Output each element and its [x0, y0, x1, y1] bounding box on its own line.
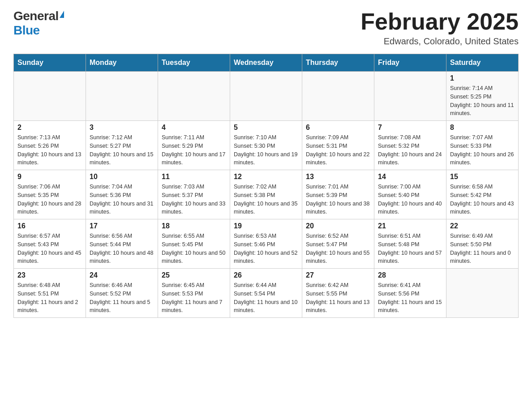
day-number: 21	[378, 222, 442, 230]
calendar-day-cell: 7Sunrise: 7:08 AMSunset: 5:32 PMDaylight…	[374, 121, 446, 170]
day-info: Sunrise: 6:57 AMSunset: 5:43 PMDaylight:…	[17, 232, 82, 265]
calendar-week-row: 2Sunrise: 7:13 AMSunset: 5:26 PMDaylight…	[14, 121, 519, 170]
day-number: 24	[90, 271, 154, 279]
calendar-table: SundayMondayTuesdayWednesdayThursdayFrid…	[13, 54, 519, 318]
day-info: Sunrise: 6:51 AMSunset: 5:48 PMDaylight:…	[378, 232, 442, 265]
day-info: Sunrise: 6:58 AMSunset: 5:42 PMDaylight:…	[450, 183, 515, 216]
calendar-header-row: SundayMondayTuesdayWednesdayThursdayFrid…	[14, 54, 519, 72]
calendar-day-cell: 16Sunrise: 6:57 AMSunset: 5:43 PMDayligh…	[14, 219, 86, 269]
day-info: Sunrise: 7:07 AMSunset: 5:33 PMDaylight:…	[450, 133, 515, 167]
calendar-day-cell: 26Sunrise: 6:44 AMSunset: 5:54 PMDayligh…	[230, 269, 302, 318]
calendar-week-row: 16Sunrise: 6:57 AMSunset: 5:43 PMDayligh…	[14, 219, 519, 269]
day-number: 27	[306, 271, 370, 279]
calendar-day-cell: 24Sunrise: 6:46 AMSunset: 5:52 PMDayligh…	[86, 269, 158, 318]
calendar-day-cell	[230, 72, 302, 121]
calendar-day-cell: 10Sunrise: 7:04 AMSunset: 5:36 PMDayligh…	[86, 170, 158, 219]
day-info: Sunrise: 7:04 AMSunset: 5:36 PMDaylight:…	[90, 183, 154, 216]
logo: General Blue	[13, 9, 64, 38]
day-info: Sunrise: 7:13 AMSunset: 5:26 PMDaylight:…	[17, 133, 82, 167]
calendar-day-cell: 20Sunrise: 6:52 AMSunset: 5:47 PMDayligh…	[302, 219, 374, 269]
day-number: 10	[90, 173, 154, 181]
day-number: 25	[162, 271, 226, 279]
day-number: 18	[162, 222, 226, 230]
day-number: 5	[234, 124, 298, 132]
day-info: Sunrise: 6:46 AMSunset: 5:52 PMDaylight:…	[90, 281, 154, 315]
calendar-day-cell: 27Sunrise: 6:42 AMSunset: 5:55 PMDayligh…	[302, 269, 374, 318]
day-info: Sunrise: 6:55 AMSunset: 5:45 PMDaylight:…	[162, 232, 226, 265]
day-number: 9	[17, 173, 82, 181]
calendar-day-cell: 12Sunrise: 7:02 AMSunset: 5:38 PMDayligh…	[230, 170, 302, 219]
calendar-day-cell: 6Sunrise: 7:09 AMSunset: 5:31 PMDaylight…	[302, 121, 374, 170]
day-info: Sunrise: 7:12 AMSunset: 5:27 PMDaylight:…	[90, 133, 154, 167]
day-number: 22	[450, 222, 515, 230]
logo-general-text: General	[13, 9, 59, 23]
month-title: February 2025	[360, 9, 519, 34]
day-info: Sunrise: 6:42 AMSunset: 5:55 PMDaylight:…	[306, 281, 370, 315]
day-number: 7	[378, 124, 442, 132]
calendar-day-cell: 28Sunrise: 6:41 AMSunset: 5:56 PMDayligh…	[374, 269, 446, 318]
calendar-day-cell: 21Sunrise: 6:51 AMSunset: 5:48 PMDayligh…	[374, 219, 446, 269]
day-number: 12	[234, 173, 298, 181]
calendar-day-cell: 9Sunrise: 7:06 AMSunset: 5:35 PMDaylight…	[14, 170, 86, 219]
calendar-day-cell	[86, 72, 158, 121]
calendar-day-cell: 11Sunrise: 7:03 AMSunset: 5:37 PMDayligh…	[158, 170, 230, 219]
calendar-week-row: 9Sunrise: 7:06 AMSunset: 5:35 PMDaylight…	[14, 170, 519, 219]
calendar-day-cell: 13Sunrise: 7:01 AMSunset: 5:39 PMDayligh…	[302, 170, 374, 219]
calendar-weekday-header: Friday	[374, 54, 446, 72]
calendar-weekday-header: Saturday	[446, 54, 519, 72]
calendar-day-cell	[374, 72, 446, 121]
day-number: 26	[234, 271, 298, 279]
day-info: Sunrise: 7:01 AMSunset: 5:39 PMDaylight:…	[306, 183, 370, 216]
day-number: 13	[306, 173, 370, 181]
day-info: Sunrise: 7:14 AMSunset: 5:25 PMDaylight:…	[450, 84, 515, 118]
day-number: 11	[162, 173, 226, 181]
title-area: February 2025 Edwards, Colorado, United …	[360, 9, 519, 47]
calendar-day-cell	[446, 269, 519, 318]
day-info: Sunrise: 7:00 AMSunset: 5:40 PMDaylight:…	[378, 183, 442, 216]
day-info: Sunrise: 6:53 AMSunset: 5:46 PMDaylight:…	[234, 232, 298, 265]
day-info: Sunrise: 7:10 AMSunset: 5:30 PMDaylight:…	[234, 133, 298, 167]
day-info: Sunrise: 7:03 AMSunset: 5:37 PMDaylight:…	[162, 183, 226, 216]
calendar-weekday-header: Wednesday	[230, 54, 302, 72]
day-number: 2	[17, 124, 82, 132]
day-number: 28	[378, 271, 442, 279]
calendar-day-cell: 3Sunrise: 7:12 AMSunset: 5:27 PMDaylight…	[86, 121, 158, 170]
calendar-day-cell: 4Sunrise: 7:11 AMSunset: 5:29 PMDaylight…	[158, 121, 230, 170]
day-number: 1	[450, 74, 515, 82]
calendar-week-row: 23Sunrise: 6:48 AMSunset: 5:51 PMDayligh…	[14, 269, 519, 318]
day-number: 19	[234, 222, 298, 230]
calendar-day-cell: 1Sunrise: 7:14 AMSunset: 5:25 PMDaylight…	[446, 72, 519, 121]
day-number: 8	[450, 124, 515, 132]
day-info: Sunrise: 7:09 AMSunset: 5:31 PMDaylight:…	[306, 133, 370, 167]
day-number: 14	[378, 173, 442, 181]
calendar-day-cell: 25Sunrise: 6:45 AMSunset: 5:53 PMDayligh…	[158, 269, 230, 318]
calendar-day-cell	[158, 72, 230, 121]
calendar-day-cell: 22Sunrise: 6:49 AMSunset: 5:50 PMDayligh…	[446, 219, 519, 269]
day-info: Sunrise: 6:41 AMSunset: 5:56 PMDaylight:…	[378, 281, 442, 315]
calendar-day-cell: 5Sunrise: 7:10 AMSunset: 5:30 PMDaylight…	[230, 121, 302, 170]
calendar-day-cell: 15Sunrise: 6:58 AMSunset: 5:42 PMDayligh…	[446, 170, 519, 219]
day-number: 15	[450, 173, 515, 181]
calendar-weekday-header: Tuesday	[158, 54, 230, 72]
day-number: 23	[17, 271, 82, 279]
calendar-day-cell: 19Sunrise: 6:53 AMSunset: 5:46 PMDayligh…	[230, 219, 302, 269]
calendar-day-cell: 8Sunrise: 7:07 AMSunset: 5:33 PMDaylight…	[446, 121, 519, 170]
calendar-day-cell: 23Sunrise: 6:48 AMSunset: 5:51 PMDayligh…	[14, 269, 86, 318]
calendar-day-cell: 18Sunrise: 6:55 AMSunset: 5:45 PMDayligh…	[158, 219, 230, 269]
day-info: Sunrise: 6:52 AMSunset: 5:47 PMDaylight:…	[306, 232, 370, 265]
calendar-day-cell	[14, 72, 86, 121]
calendar-day-cell: 2Sunrise: 7:13 AMSunset: 5:26 PMDaylight…	[14, 121, 86, 170]
day-info: Sunrise: 6:45 AMSunset: 5:53 PMDaylight:…	[162, 281, 226, 315]
day-info: Sunrise: 7:02 AMSunset: 5:38 PMDaylight:…	[234, 183, 298, 216]
day-info: Sunrise: 6:49 AMSunset: 5:50 PMDaylight:…	[450, 232, 515, 265]
day-info: Sunrise: 6:56 AMSunset: 5:44 PMDaylight:…	[90, 232, 154, 265]
day-number: 4	[162, 124, 226, 132]
day-number: 20	[306, 222, 370, 230]
location-subtitle: Edwards, Colorado, United States	[360, 36, 519, 47]
calendar-day-cell: 14Sunrise: 7:00 AMSunset: 5:40 PMDayligh…	[374, 170, 446, 219]
day-number: 17	[90, 222, 154, 230]
calendar-weekday-header: Monday	[86, 54, 158, 72]
logo-blue-text: Blue	[13, 23, 40, 38]
day-info: Sunrise: 6:48 AMSunset: 5:51 PMDaylight:…	[17, 281, 82, 315]
day-number: 6	[306, 124, 370, 132]
